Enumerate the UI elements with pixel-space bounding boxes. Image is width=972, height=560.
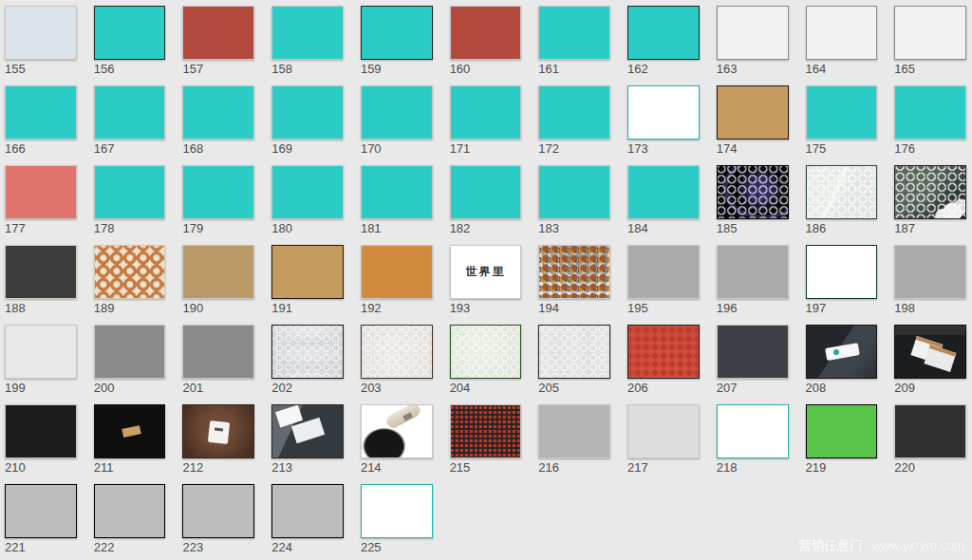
- slide-thumbnail-181[interactable]: [361, 165, 433, 219]
- watermark-url: www.yxrym.com: [872, 538, 965, 552]
- slide-cell: 178: [94, 165, 166, 235]
- slide-thumbnail-173[interactable]: [627, 85, 700, 140]
- slide-number: 175: [806, 142, 878, 156]
- slide-thumbnail-207[interactable]: [717, 325, 789, 379]
- slide-thumbnail-188[interactable]: [5, 245, 77, 299]
- slide-thumbnail-222[interactable]: [94, 484, 166, 538]
- slide-thumbnail-183[interactable]: [538, 165, 610, 219]
- slide-thumbnail-204[interactable]: [450, 325, 522, 379]
- slide-cell: 219: [806, 404, 878, 475]
- slide-thumbnail-180[interactable]: [271, 165, 344, 219]
- slide-cell: 222: [94, 484, 166, 554]
- slide-thumbnail-167[interactable]: [94, 85, 166, 140]
- slide-thumbnail-224[interactable]: [271, 484, 344, 538]
- slide-thumbnail-213[interactable]: [271, 404, 344, 458]
- slide-thumbnail-157[interactable]: [182, 6, 254, 60]
- slide-cell: 181: [361, 165, 433, 235]
- slide-thumbnail-158[interactable]: [271, 6, 344, 60]
- slide-cell: 182: [450, 165, 522, 235]
- slide-cell: 223: [182, 484, 254, 554]
- slide-thumbnail-211[interactable]: [94, 404, 166, 458]
- slide-thumbnail-225[interactable]: [361, 484, 433, 538]
- slide-thumbnail-212[interactable]: [182, 404, 254, 458]
- slide-thumbnail-166[interactable]: [5, 85, 77, 140]
- slide-thumbnail-208[interactable]: [806, 325, 878, 379]
- slide-number: 166: [5, 142, 77, 156]
- slide-cell: 172: [538, 85, 610, 156]
- slide-number: 170: [361, 142, 433, 156]
- slide-thumbnail-223[interactable]: [182, 484, 254, 538]
- slide-number: 184: [627, 222, 700, 235]
- slide-thumbnail-171[interactable]: [450, 85, 522, 140]
- slide-thumbnail-177[interactable]: [5, 165, 77, 219]
- slide-thumbnail-168[interactable]: [182, 85, 254, 140]
- slide-number: 196: [717, 302, 789, 315]
- slide-thumbnail-209[interactable]: [894, 325, 966, 379]
- slide-thumbnail-194[interactable]: [538, 245, 610, 299]
- slide-thumbnail-187[interactable]: [894, 165, 966, 219]
- slide-thumbnail-186[interactable]: [806, 165, 878, 219]
- slide-thumbnail-170[interactable]: [361, 85, 433, 140]
- slide-thumbnail-165[interactable]: [894, 6, 966, 60]
- slide-thumbnail-190[interactable]: [182, 245, 254, 299]
- slide-thumbnail-159[interactable]: [361, 6, 433, 60]
- slide-thumbnail-174[interactable]: [717, 85, 789, 140]
- slide-thumbnail-221[interactable]: [5, 484, 77, 538]
- slide-thumbnail-219[interactable]: [806, 404, 878, 458]
- slide-cell: 155: [5, 6, 77, 76]
- slide-thumbnail-205[interactable]: [538, 325, 610, 379]
- slide-thumbnail-161[interactable]: [538, 6, 610, 60]
- watermark: 营销任意门 www.yxrym.com: [798, 537, 964, 554]
- slide-thumbnail-195[interactable]: [627, 245, 700, 299]
- slide-cell: 217: [627, 404, 700, 475]
- slide-thumbnail-203[interactable]: [361, 325, 433, 379]
- slide-thumbnail-175[interactable]: [806, 85, 878, 140]
- slide-number: 182: [450, 222, 522, 235]
- slide-number: 215: [450, 461, 522, 475]
- slide-thumbnail-189[interactable]: [94, 245, 166, 299]
- slide-thumbnail-156[interactable]: [94, 6, 166, 60]
- slide-cell: 179: [182, 165, 254, 235]
- slide-thumbnail-179[interactable]: [182, 165, 254, 219]
- slide-thumbnail-210[interactable]: [5, 404, 77, 458]
- slide-thumbnail-218[interactable]: [717, 404, 789, 458]
- slide-thumbnail-164[interactable]: [806, 6, 878, 60]
- slide-thumbnail-193[interactable]: 世界里: [450, 245, 522, 299]
- slide-number: 219: [806, 461, 878, 475]
- slide-number: 163: [717, 63, 789, 76]
- slide-thumbnail-182[interactable]: [450, 165, 522, 219]
- slide-thumbnail-169[interactable]: [271, 85, 344, 140]
- slide-thumbnail-216[interactable]: [538, 404, 610, 458]
- slide-thumbnail-217[interactable]: [627, 404, 700, 458]
- slide-thumbnail-220[interactable]: [894, 404, 966, 458]
- slide-thumbnail-206[interactable]: [627, 325, 700, 379]
- slide-thumbnail-162[interactable]: [627, 6, 700, 60]
- slide-cell: 199: [5, 325, 77, 395]
- slide-thumbnail-202[interactable]: [271, 325, 344, 379]
- slide-thumbnail-200[interactable]: [94, 325, 166, 379]
- slide-thumbnail-199[interactable]: [5, 325, 77, 379]
- slide-thumbnail-155[interactable]: [5, 6, 77, 60]
- slide-thumbnail-192[interactable]: [361, 245, 433, 299]
- slide-thumbnail-191[interactable]: [271, 245, 344, 299]
- slide-thumbnail-214[interactable]: [361, 404, 433, 458]
- slide-thumbnail-184[interactable]: [627, 165, 700, 219]
- slide-cell: 175: [806, 85, 878, 156]
- slide-number: 187: [894, 222, 966, 235]
- slide-thumbnail-201[interactable]: [182, 325, 254, 379]
- slide-thumbnail-197[interactable]: [806, 245, 878, 299]
- slide-thumbnail-198[interactable]: [894, 245, 966, 299]
- slide-cell: 202: [271, 325, 344, 395]
- slide-thumbnail-160[interactable]: [450, 6, 522, 60]
- slide-cell: 160: [450, 6, 522, 76]
- slide-thumbnail-163[interactable]: [717, 6, 789, 60]
- slide-number: 162: [627, 63, 700, 76]
- slide-thumbnail-178[interactable]: [94, 165, 166, 219]
- slide-thumbnail-185[interactable]: [717, 165, 789, 219]
- slide-thumbnail-196[interactable]: [717, 245, 789, 299]
- slide-cell: 206: [627, 325, 700, 395]
- slide-number: 222: [94, 541, 166, 554]
- slide-thumbnail-172[interactable]: [538, 85, 610, 140]
- slide-thumbnail-215[interactable]: [450, 404, 522, 458]
- slide-thumbnail-176[interactable]: [894, 85, 966, 140]
